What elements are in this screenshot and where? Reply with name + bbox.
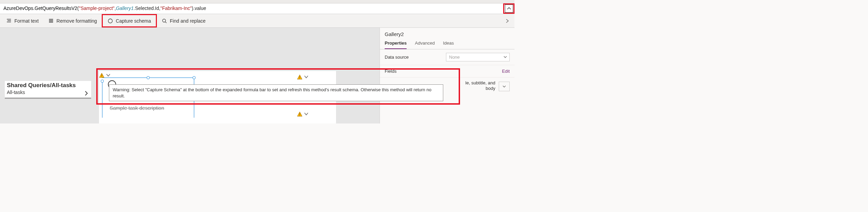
svg-rect-2 — [101, 74, 102, 76]
warning-icon — [297, 111, 302, 117]
formula-arg2-rest: .Selected.Id, — [134, 5, 160, 11]
chevron-down-icon[interactable] — [304, 74, 309, 79]
tab-ideas[interactable]: Ideas — [443, 40, 454, 49]
tree-item-title: Shared Queries/All-tasks — [5, 81, 91, 89]
format-text-icon — [6, 18, 12, 24]
chevron-right-icon — [505, 19, 510, 23]
chevron-down-icon — [502, 84, 506, 89]
formula-tail: ).value — [192, 5, 206, 11]
selection-edge — [102, 80, 102, 118]
selection-handle[interactable] — [147, 76, 150, 79]
datasource-dropdown[interactable]: None — [446, 53, 510, 61]
remove-formatting-icon — [48, 18, 54, 24]
find-replace-label: Find and replace — [170, 18, 206, 24]
tree-item-chevron[interactable] — [84, 91, 89, 96]
formula-arg1: "Sample-project" — [79, 5, 114, 11]
tree-item-underline — [5, 98, 91, 99]
tree-item-card[interactable]: Shared Queries/All-tasks All-tasks — [5, 81, 91, 97]
fields-label: Fields — [385, 69, 397, 74]
datasource-value: None — [449, 55, 460, 60]
tab-properties[interactable]: Properties — [385, 40, 407, 49]
chevron-up-icon — [507, 6, 511, 11]
action-bar-more-button[interactable] — [501, 19, 513, 23]
svg-rect-3 — [101, 76, 102, 77]
search-icon — [162, 18, 167, 24]
remove-formatting-label: Remove formatting — [57, 18, 97, 24]
capture-schema-icon — [108, 18, 113, 24]
chevron-down-icon — [503, 55, 507, 59]
tree-item-subtitle: All-tasks — [5, 89, 91, 97]
selection-handle[interactable] — [193, 76, 196, 79]
svg-point-0 — [108, 19, 112, 23]
datasource-label: Data source — [385, 55, 409, 60]
fields-edit-link[interactable]: Edit — [502, 69, 510, 74]
pane-control-name: Gallery2 — [380, 28, 514, 38]
prop-row-datasource: Data source None — [380, 49, 514, 65]
chevron-down-icon[interactable] — [304, 111, 309, 116]
layout-value-line1: le, subtitle, and — [466, 80, 495, 86]
chevron-right-icon — [84, 91, 89, 96]
formula-arg3: "Fabrikam-Inc" — [160, 5, 192, 11]
formula-fn: AzureDevOps.GetQueryResultsV2 — [3, 5, 77, 11]
svg-rect-6 — [299, 113, 300, 115]
svg-rect-4 — [299, 76, 300, 78]
formula-action-bar: Format text Remove formatting Capture sc… — [0, 14, 514, 28]
canvas[interactable]: Shared Queries/All-tasks All-tasks — [0, 28, 380, 123]
svg-rect-5 — [299, 78, 300, 79]
format-text-button[interactable]: Format text — [1, 14, 44, 27]
main-area: Shared Queries/All-tasks All-tasks — [0, 28, 514, 123]
remove-formatting-button[interactable]: Remove formatting — [44, 14, 102, 27]
find-replace-button[interactable]: Find and replace — [157, 14, 210, 27]
expand-formula-button[interactable] — [505, 4, 513, 13]
window-top-strip — [0, 0, 514, 3]
layout-value-line2: body — [466, 86, 495, 91]
selection-handle[interactable] — [101, 80, 104, 83]
warning-icon — [297, 74, 302, 80]
tab-advanced[interactable]: Advanced — [415, 40, 435, 49]
warning-tooltip: Warning: Select "Capture Schema" at the … — [109, 84, 443, 101]
expand-formula-highlight — [503, 3, 514, 14]
formula-arg2-obj: Gallery1 — [116, 5, 134, 11]
warning-icon — [99, 73, 104, 78]
format-text-label: Format text — [14, 18, 39, 24]
chevron-down-icon[interactable] — [106, 73, 111, 78]
sample-text-strikethrough: Sample task description — [110, 105, 164, 111]
capture-schema-button[interactable]: Capture schema — [102, 14, 157, 27]
prop-row-fields: Fields Edit — [380, 65, 514, 78]
formula-bar-row: AzureDevOps.GetQueryResultsV2("Sample-pr… — [0, 3, 514, 14]
properties-pane: Gallery2 Properties Advanced Ideas Data … — [380, 28, 514, 123]
formula-bar[interactable]: AzureDevOps.GetQueryResultsV2("Sample-pr… — [0, 3, 503, 14]
capture-schema-label: Capture schema — [116, 18, 151, 24]
svg-point-1 — [162, 19, 165, 22]
pane-tabs: Properties Advanced Ideas — [380, 38, 514, 49]
svg-rect-7 — [299, 115, 300, 116]
layout-dropdown[interactable] — [499, 82, 510, 91]
warning-tooltip-text: Warning: Select "Capture Schema" at the … — [113, 87, 431, 98]
